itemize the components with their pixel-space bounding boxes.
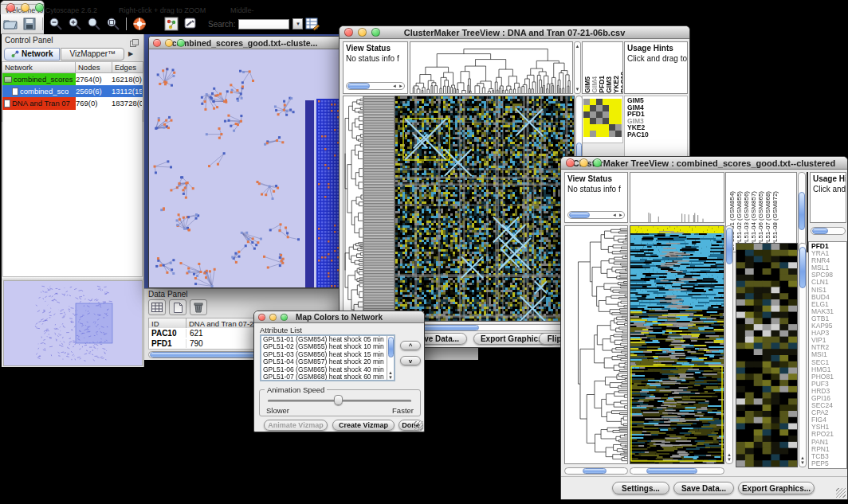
close-button[interactable] — [6, 3, 15, 12]
minimize-button[interactable] — [165, 39, 173, 47]
column-header-nodes[interactable]: Nodes — [76, 61, 112, 73]
close-button[interactable] — [153, 39, 161, 47]
gene-dendrogram-canvas[interactable] — [344, 96, 363, 321]
animation-slider-thumb[interactable] — [334, 395, 343, 405]
usage-hints-text: Click and — [811, 185, 846, 195]
settings-button[interactable]: Settings... — [612, 482, 669, 494]
network-list-row[interactable]: combined_scores 2764(0) 16218(0) — [2, 73, 143, 85]
gene-label[interactable]: MON2 — [811, 467, 846, 469]
save-icon[interactable] — [20, 16, 39, 32]
animation-speed-group: Animation Speed Slower Faster — [259, 389, 421, 416]
selection-matrix-canvas[interactable] — [583, 99, 622, 139]
new-attribute-icon[interactable] — [169, 299, 186, 315]
annotation-icon[interactable] — [181, 16, 200, 32]
map-colors-dialog: Map Colors to Network Attribute List GPL… — [253, 311, 425, 432]
network-view-titlebar[interactable]: combined_scores_good.txt--cluste... — [149, 37, 340, 49]
view-status-text: No status info f — [565, 185, 627, 195]
search-dropdown-button[interactable]: ▼ — [292, 18, 303, 29]
open-file-icon[interactable] — [1, 16, 20, 32]
minimize-button[interactable] — [358, 28, 367, 37]
import-table-icon[interactable] — [303, 16, 322, 32]
animate-vizmap-button[interactable]: Animate Vizmap — [264, 420, 328, 431]
network-icon — [12, 88, 18, 96]
status-pan-hint: Middle- — [230, 6, 254, 14]
column-header-edges[interactable]: Edges — [112, 61, 143, 73]
heatmap-vscrollbar[interactable]: ▲▼ — [725, 225, 733, 464]
row-label[interactable]: PAC10 — [627, 131, 687, 139]
zoom-button[interactable] — [281, 314, 288, 321]
column-header-network[interactable]: Network — [2, 61, 76, 73]
column-dendrogram-canvas[interactable] — [630, 173, 724, 222]
control-panel: Control Panel Network VizMapper™ ▶ Netwo… — [2, 34, 144, 367]
tab-overflow-arrow[interactable]: ▶ — [128, 50, 133, 57]
move-up-button[interactable]: ^ — [400, 341, 421, 350]
search-input[interactable] — [235, 16, 292, 32]
treeview2-title: ClusterMaker TreeView : combined_scores_… — [561, 158, 847, 168]
zoom-fit-icon[interactable] — [104, 16, 123, 32]
heatmap-canvas[interactable] — [395, 96, 574, 321]
zoom-button[interactable] — [593, 158, 602, 167]
dendrogram-hscrollbar[interactable] — [564, 467, 628, 475]
attribute-table-icon[interactable] — [148, 299, 166, 315]
delete-attribute-icon[interactable] — [190, 299, 207, 315]
close-button[interactable] — [258, 314, 265, 321]
zoom-in-icon[interactable] — [65, 16, 84, 32]
save-data-button[interactable]: Save Data... — [673, 482, 734, 494]
attribute-item[interactable]: GPL51-07 (GSM868) heat shock 60 min — [261, 373, 394, 381]
vizmapper-colors-icon[interactable] — [162, 16, 181, 32]
selection-zoom-canvas[interactable] — [736, 244, 797, 467]
column-labels-vscroll[interactable]: ▲▼ — [798, 172, 806, 252]
data-panel-title: Data Panel — [148, 290, 187, 299]
minimize-button[interactable] — [269, 314, 277, 321]
network-list-row[interactable]: combined_sco 2569(6) 13112(15) — [2, 85, 143, 97]
treeview2-button-bar: Settings... Save Data... Export Graphics… — [561, 476, 847, 499]
heatmap-canvas[interactable] — [630, 226, 724, 463]
view-status-scrollbar[interactable]: ◄► — [567, 211, 625, 219]
usage-hints-text: Click and drag to — [625, 54, 687, 64]
treeview-window-combined: ClusterMaker TreeView : combined_scores_… — [560, 156, 848, 500]
help-lifering-icon[interactable] — [130, 16, 149, 32]
resize-grip[interactable] — [414, 421, 423, 431]
usage-hints-scrollbar[interactable] — [811, 227, 846, 235]
view-status-scrollbar[interactable]: ◄► — [346, 82, 405, 90]
treeview1-titlebar[interactable]: ClusterMaker TreeView : DNA and Tran 07-… — [340, 26, 689, 39]
gene-dendrogram-canvas[interactable] — [565, 226, 627, 463]
zoom-button[interactable] — [371, 28, 380, 37]
close-button[interactable] — [566, 158, 575, 167]
export-graphics-button[interactable]: Export Graphics... — [738, 482, 815, 494]
zoom-vscrollbar[interactable]: ▲▼ — [799, 243, 807, 467]
view-status-panel: View Status No status info f ◄► — [564, 172, 628, 223]
dialog-titlebar[interactable]: Map Colors to Network — [254, 311, 424, 323]
control-panel-title: Control Panel — [5, 36, 53, 45]
slower-label: Slower — [266, 406, 289, 415]
create-vizmap-button[interactable]: Create Vizmap — [332, 420, 395, 431]
zoom-button[interactable] — [177, 39, 185, 47]
network-list-row[interactable]: DNA and Tran 07 769(0) 183728(0) — [2, 97, 143, 109]
view-status-title: View Status — [565, 173, 627, 185]
minimize-button[interactable] — [579, 158, 588, 167]
network-canvas[interactable] — [149, 49, 340, 287]
zoom-actual-icon[interactable] — [84, 16, 104, 32]
zoom-out-icon[interactable] — [46, 16, 65, 32]
gene-name-strip[interactable] — [363, 96, 395, 322]
close-button[interactable] — [344, 28, 353, 37]
zoom-button[interactable] — [35, 3, 44, 12]
tab-vizmapper[interactable]: VizMapper™ — [61, 48, 124, 61]
network-icon — [4, 76, 12, 83]
usage-hints-panel: Usage Hi Click and — [810, 172, 846, 223]
treeview2-titlebar[interactable]: ClusterMaker TreeView : combined_scores_… — [561, 157, 847, 170]
panel-divider — [807, 172, 808, 252]
attribute-list-vscroll[interactable]: ▲▼ — [387, 336, 394, 380]
birdseye-overview[interactable] — [3, 280, 143, 366]
treeview1-mini-vscroll[interactable]: ▲▼ — [574, 41, 581, 94]
move-down-button[interactable]: v — [400, 356, 421, 365]
heatmap-hscrollbar[interactable] — [630, 467, 724, 475]
status-zoom-hint: Right-click + drag to ZOOM — [119, 6, 206, 14]
column-label[interactable]: PAC10 — [620, 72, 623, 93]
tab-network[interactable]: Network — [4, 48, 60, 61]
network-list-empty-area — [2, 110, 143, 277]
minimize-button[interactable] — [21, 3, 29, 12]
resize-grip[interactable] — [836, 488, 846, 498]
column-dendrogram-canvas[interactable] — [410, 42, 572, 93]
overview-canvas[interactable] — [4, 281, 142, 365]
